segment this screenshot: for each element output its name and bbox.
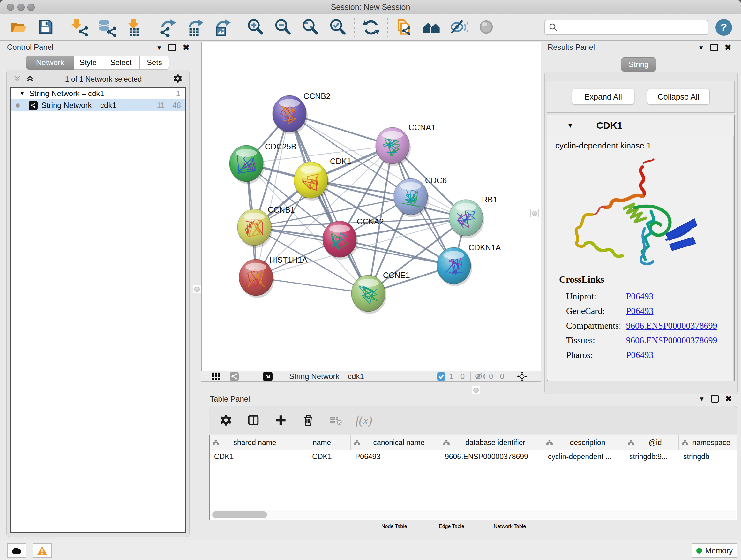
table-panel-close-icon[interactable]: ✖ [725, 395, 732, 403]
home-network-button[interactable] [421, 17, 442, 38]
results-panel-menu-icon[interactable]: ▼ [698, 45, 704, 51]
export-table-button[interactable] [185, 17, 205, 38]
delete-table-icon[interactable] [328, 413, 343, 428]
tree-expander-icon[interactable]: ▼ [19, 90, 25, 97]
column-header-description[interactable]: description [543, 435, 625, 449]
table-panel-menu-icon[interactable]: ▼ [698, 396, 704, 402]
crosslink-link[interactable]: 9606.ENSP00000378699 [626, 335, 717, 346]
column-header-id[interactable]: @id [625, 435, 679, 449]
search-input[interactable] [544, 20, 709, 35]
tab-select[interactable]: Select [102, 56, 140, 70]
node-HIST1H1A[interactable]: HIST1H1A [239, 255, 308, 298]
table-panel-float-icon[interactable] [711, 395, 719, 402]
table-cell[interactable]: CDK1 [293, 452, 351, 461]
column-header-database-identifier[interactable]: database identifier [441, 435, 543, 449]
table-cell[interactable]: 9606.ENSP00000378699 [441, 452, 543, 461]
table-cell[interactable]: CDK1 [210, 452, 293, 461]
tab-string[interactable]: String [621, 57, 656, 71]
crosslink-link[interactable]: P06493 [626, 306, 654, 316]
results-panel-float-icon[interactable] [711, 44, 718, 51]
scrollbar-thumb[interactable] [212, 511, 267, 518]
node-CCNE1[interactable]: CCNE1 [351, 271, 410, 314]
network-row-selected[interactable]: String Network – cdk1 11 48 [10, 99, 185, 111]
selected-checkbox-icon[interactable] [437, 372, 446, 381]
help-button[interactable]: ? [716, 19, 732, 36]
import-network-database-button[interactable] [97, 17, 117, 38]
open-file-button[interactable] [9, 17, 29, 38]
node-CDC25B[interactable]: CDC25B [229, 142, 296, 184]
show-column-icon[interactable] [246, 413, 261, 428]
close-window-icon[interactable] [7, 3, 14, 11]
maximize-window-icon[interactable] [27, 3, 35, 11]
tab-style[interactable]: Style [74, 56, 102, 70]
tab-sets[interactable]: Sets [140, 56, 169, 70]
network-canvas[interactable]: CCNB2CCNA1CDC25BCDK1CDC6RB1CCNB1CCNA2CDK… [201, 42, 541, 371]
node-label-CDC6: CDC6 [425, 176, 447, 185]
delete-column-trash-icon[interactable] [300, 413, 316, 428]
table-options-gear-icon[interactable] [218, 413, 233, 428]
node-CDKN1A[interactable]: CDKN1A [437, 243, 501, 286]
gene-expander-icon[interactable]: ▼ [567, 122, 574, 129]
table-cell[interactable]: stringdb [679, 452, 737, 461]
tab-node-table[interactable]: Node Table [381, 523, 439, 530]
control-panel-float-icon[interactable] [169, 44, 176, 51]
zoom-selected-button[interactable] [328, 17, 348, 38]
column-header-shared-name[interactable]: shared name [210, 435, 293, 449]
save-session-button[interactable] [36, 17, 57, 38]
show-hidden-button[interactable] [476, 17, 497, 38]
export-image-button[interactable] [212, 17, 232, 38]
cloud-button[interactable] [7, 543, 26, 558]
zoom-fit-button[interactable] [300, 17, 321, 38]
edge-CCNB2-HIST1H1A[interactable] [256, 114, 289, 277]
hide-selected-button[interactable] [449, 17, 469, 38]
new-network-from-selection-button[interactable] [394, 17, 414, 38]
birds-eye-view-icon[interactable] [212, 372, 220, 381]
create-column-plus-icon[interactable] [273, 413, 288, 428]
expand-all-icon[interactable] [26, 74, 34, 84]
tab-edge-table[interactable]: Edge Table [439, 523, 494, 530]
collapse-all-button[interactable]: Collapse All [647, 89, 710, 105]
node-CCNB1[interactable]: CCNB1 [238, 205, 295, 248]
minimize-window-icon[interactable] [17, 3, 24, 11]
network-options-gear-icon[interactable] [173, 73, 183, 85]
node-CCNB2[interactable]: CCNB2 [273, 91, 331, 134]
home-network-icon [422, 18, 441, 37]
left-splitter-handle[interactable] [193, 285, 201, 294]
warnings-button[interactable] [32, 543, 52, 558]
export-network-button[interactable] [157, 17, 178, 38]
column-header-namespace[interactable]: namespace [679, 435, 737, 449]
share-network-icon[interactable] [230, 372, 239, 381]
crosslink-link[interactable]: P06493 [626, 350, 654, 360]
control-panel-close-icon[interactable]: ✖ [183, 44, 190, 52]
table-cell[interactable]: stringdb:9... [625, 452, 679, 461]
table-row[interactable]: CDK1CDK1P064939606.ENSP00000378699cyclin… [210, 450, 737, 463]
open-in-browser-icon[interactable] [263, 372, 273, 381]
collapse-all-icon[interactable] [13, 74, 21, 84]
table-cell[interactable]: cyclin-dependent ... [543, 452, 625, 461]
right-splitter-handle[interactable] [530, 209, 539, 217]
node-CCNA1[interactable]: CCNA1 [376, 123, 435, 166]
gene-description: cyclin-dependent kinase 1 [555, 141, 651, 151]
fit-selected-crosshair-icon[interactable] [517, 372, 527, 381]
network-collection-row[interactable]: ▼ String Network – cdk1 1 [10, 88, 185, 99]
import-network-file-button[interactable] [69, 17, 90, 38]
import-table-button[interactable] [124, 17, 145, 38]
control-panel-menu-icon[interactable]: ▼ [156, 45, 162, 51]
crosslink-link[interactable]: P06493 [626, 291, 654, 301]
tab-network[interactable]: Network [26, 56, 74, 70]
crosslink-link[interactable]: 9606.ENSP00000378699 [626, 320, 717, 331]
zoom-in-button[interactable] [246, 17, 266, 38]
refresh-view-button[interactable] [361, 17, 381, 38]
column-header-name[interactable]: name [293, 435, 351, 449]
table-horizontal-scrollbar[interactable] [210, 510, 736, 519]
table-cell[interactable]: P06493 [351, 452, 441, 461]
memory-button[interactable]: Memory [692, 543, 737, 558]
bottom-splitter-handle[interactable] [472, 386, 480, 394]
tab-network-table[interactable]: Network Table [494, 523, 562, 530]
node-RB1[interactable]: RB1 [449, 195, 497, 238]
column-header-canonical-name[interactable]: canonical name [351, 435, 441, 449]
results-panel-close-icon[interactable]: ✖ [724, 44, 731, 52]
zoom-out-button[interactable] [273, 17, 293, 38]
expand-all-button[interactable]: Expand All [572, 89, 634, 105]
function-builder-icon[interactable]: f(x) [355, 413, 373, 428]
